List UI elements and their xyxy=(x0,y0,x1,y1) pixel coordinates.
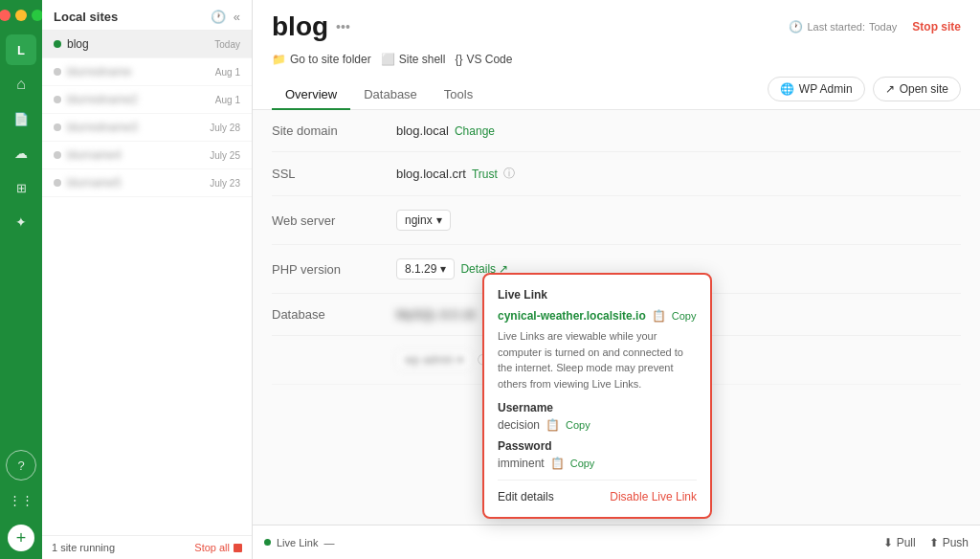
edit-details-link[interactable]: Edit details xyxy=(498,490,554,503)
vscode-button[interactable]: {} VS Code xyxy=(455,50,512,69)
site-name: blurname4 xyxy=(67,148,122,162)
last-started-value: Today xyxy=(869,21,897,33)
site-status-dot xyxy=(54,96,61,103)
home-icon[interactable]: ⌂ xyxy=(6,69,36,100)
site-name: blog xyxy=(67,37,89,51)
field-label-php: PHP version xyxy=(272,262,396,277)
bottom-live-link: Live Link — xyxy=(264,537,334,548)
field-value-domain: blog.local Change xyxy=(396,123,495,138)
push-button[interactable]: ⬆ Push xyxy=(929,536,969,549)
ssl-info-icon[interactable]: ⓘ xyxy=(503,166,515,182)
copy-password-icon: 📋 xyxy=(550,457,565,470)
popup-password-label: Password xyxy=(498,439,697,453)
webserver-select[interactable]: nginx ▾ xyxy=(396,210,451,231)
tab-overview[interactable]: Overview xyxy=(272,80,350,110)
domain-value: blog.local xyxy=(396,123,449,138)
site-item-blog[interactable]: blog Today xyxy=(42,31,252,58)
copy-password-button[interactable]: Copy xyxy=(570,458,595,469)
field-value-admin: wp admin ▾ ⓘ xyxy=(396,349,489,370)
minimize-button[interactable] xyxy=(15,10,27,21)
site-item-2[interactable]: blurredname Aug 1 xyxy=(42,58,252,86)
field-label-domain: Site domain xyxy=(272,123,396,138)
cloud-icon[interactable]: ☁ xyxy=(6,138,36,168)
copy-url-button[interactable]: Copy xyxy=(672,310,697,322)
popup-username-value: decision xyxy=(498,418,540,432)
stop-all-label: Stop all xyxy=(194,542,230,553)
chevron-down-icon: ▾ xyxy=(457,353,463,367)
live-url-value: cynical-weather.localsite.io xyxy=(498,309,646,323)
news-icon[interactable]: 📄 xyxy=(6,103,36,134)
field-label-ssl: SSL xyxy=(272,167,396,181)
site-options-icon[interactable]: ••• xyxy=(336,19,350,34)
chevron-down-icon: ▾ xyxy=(436,213,442,227)
action-buttons: 📁 Go to site folder ⬜ Site shell {} VS C… xyxy=(272,50,961,69)
copy-username-button[interactable]: Copy xyxy=(566,419,590,431)
site-date: July 28 xyxy=(210,123,240,133)
site-date: July 25 xyxy=(210,150,240,161)
site-name: blurredname xyxy=(67,65,131,78)
tab-database[interactable]: Database xyxy=(350,80,431,110)
sites-panel-actions: 🕐 « xyxy=(211,10,240,24)
popup-password-value: imminent xyxy=(498,457,545,470)
site-item-4[interactable]: blurredname3 July 28 xyxy=(42,114,252,142)
tabs-row: Overview Database Tools xyxy=(272,80,486,109)
field-value-webserver: nginx ▾ xyxy=(396,210,451,231)
ssl-cert-value: blog.local.crt xyxy=(396,167,466,181)
user-avatar[interactable]: L xyxy=(6,34,36,65)
sidebar-icons: L ⌂ 📄 ☁ ⊞ ✦ ? ⋮⋮ + xyxy=(0,0,42,559)
site-date: Aug 1 xyxy=(215,95,240,105)
popup-actions: Edit details Disable Live Link xyxy=(498,490,697,503)
terminal-icon: ⬜ xyxy=(381,53,395,66)
php-version-select[interactable]: 8.1.29 ▾ xyxy=(396,258,455,280)
tab-tools[interactable]: Tools xyxy=(431,80,486,110)
site-name: blurredname3 xyxy=(67,121,138,134)
add-site-button[interactable]: + xyxy=(8,525,34,551)
external-link-icon: ↗ xyxy=(885,82,895,96)
help-icon[interactable]: ? xyxy=(6,450,36,481)
admin-select[interactable]: wp admin ▾ xyxy=(396,349,472,370)
site-status-dot xyxy=(54,179,61,187)
site-item-6[interactable]: blurname5 July 23 xyxy=(42,169,252,197)
sites-panel-footer: 1 site running Stop all xyxy=(42,535,252,559)
grid-icon[interactable]: ⋮⋮ xyxy=(6,484,36,515)
site-name: blurname5 xyxy=(67,176,122,190)
sites-panel: Local sites 🕐 « blog Today blurredname A… xyxy=(42,0,253,559)
sites-list: blog Today blurredname Aug 1 blurredname… xyxy=(42,31,252,535)
site-status-dot xyxy=(54,123,61,131)
field-row-ssl: SSL blog.local.crt Trust ⓘ xyxy=(272,152,961,196)
open-site-button[interactable]: ↗ Open site xyxy=(873,77,961,101)
copy-url-icon: 📋 xyxy=(652,309,666,323)
site-status-dot xyxy=(54,151,61,159)
site-date: Aug 1 xyxy=(215,67,240,78)
popup-password-row: imminent 📋 Copy xyxy=(498,457,697,470)
site-date: July 23 xyxy=(210,178,240,189)
code-icon: {} xyxy=(455,53,462,66)
popup-username-label: Username xyxy=(498,401,697,414)
site-shell-button[interactable]: ⬜ Site shell xyxy=(381,50,446,69)
last-started-label: Last started: xyxy=(807,21,865,33)
magic-icon[interactable]: ✦ xyxy=(6,207,36,237)
database-value: MySQL 8.0.16 xyxy=(396,307,476,322)
stop-all-button[interactable]: Stop all xyxy=(194,542,242,553)
trust-ssl-button[interactable]: Trust xyxy=(472,168,498,181)
stop-site-button[interactable]: Stop site xyxy=(912,20,961,34)
traffic-lights xyxy=(0,10,43,21)
goto-folder-button[interactable]: 📁 Go to site folder xyxy=(272,50,371,69)
stop-all-icon xyxy=(234,544,242,552)
change-domain-button[interactable]: Change xyxy=(455,124,495,138)
site-status-dot xyxy=(54,40,61,48)
wp-icon: 🌐 xyxy=(780,82,794,96)
pull-button[interactable]: ⬇ Pull xyxy=(883,536,916,549)
site-item-5[interactable]: blurname4 July 25 xyxy=(42,142,252,169)
collapse-icon[interactable]: « xyxy=(234,10,240,24)
close-button[interactable] xyxy=(0,10,11,21)
push-icon: ⬆ xyxy=(929,536,939,549)
site-name: blurredname2 xyxy=(67,93,138,106)
field-label-database: Database xyxy=(272,307,396,322)
main-content: blog ••• 🕐 Last started: Today Stop site… xyxy=(253,0,980,559)
wp-admin-button[interactable]: 🌐 WP Admin xyxy=(768,77,865,101)
extensions-icon[interactable]: ⊞ xyxy=(6,172,36,203)
site-item-3[interactable]: blurredname2 Aug 1 xyxy=(42,86,252,114)
disable-live-link-button[interactable]: Disable Live Link xyxy=(610,490,697,503)
history-icon[interactable]: 🕐 xyxy=(211,10,226,24)
